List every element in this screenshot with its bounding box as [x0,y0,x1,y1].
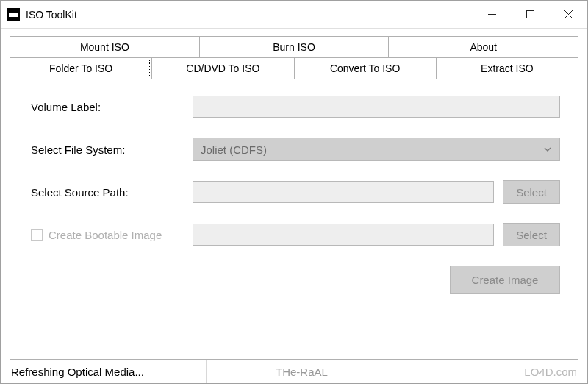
create-image-button[interactable]: Create Image [450,266,560,294]
client-area: Mount ISO Burn ISO About Folder To ISO C… [1,29,587,360]
tab-panel-folder-to-iso: Volume Label: Select File System: Joliet… [10,79,578,360]
bootable-select-button[interactable]: Select [503,223,560,246]
tabs: Mount ISO Burn ISO About Folder To ISO C… [10,36,578,79]
row-create: Create Image [31,266,560,294]
maximize-icon [526,10,534,18]
row-bootable: Create Bootable Image Select [31,223,560,246]
bootable-checkbox[interactable] [31,229,43,241]
window-title: ISO ToolKit [26,9,77,21]
bootable-checkbox-wrap: Create Bootable Image [31,229,193,241]
source-path-label-text: Select Source Path: [31,186,193,199]
tab-convert-to-iso[interactable]: Convert To ISO [295,57,437,79]
chevron-down-icon [543,143,552,156]
volume-label-input[interactable] [193,96,560,118]
volume-label-text: Volume Label: [31,101,193,113]
bootable-path-input [193,224,494,246]
status-watermark: THe-RaAL [265,360,484,383]
close-button[interactable] [549,1,587,28]
tab-folder-to-iso[interactable]: Folder To ISO [10,57,152,79]
tab-about[interactable]: About [389,36,578,57]
tab-row-bottom: Folder To ISO CD/DVD To ISO Convert To I… [10,57,578,79]
status-spacer [207,360,265,383]
tab-extract-iso[interactable]: Extract ISO [437,57,578,79]
statusbar: Refreshing Optical Media... THe-RaAL LO4… [1,360,587,383]
filesystem-label-text: Select File System: [31,143,193,156]
tab-mount-iso[interactable]: Mount ISO [10,36,200,57]
filesystem-combobox[interactable]: Joliet (CDFS) [193,138,560,161]
status-attribution: LO4D.com [484,360,587,383]
app-icon [7,8,20,21]
row-filesystem: Select File System: Joliet (CDFS) [31,138,560,161]
row-volume-label: Volume Label: [31,95,560,118]
svg-rect-1 [526,11,534,18]
maximize-button[interactable] [511,1,549,28]
bootable-checkbox-label: Create Bootable Image [49,229,162,241]
minimize-button[interactable] [473,1,511,28]
source-select-button[interactable]: Select [503,180,560,204]
window-controls [473,1,587,28]
source-path-input[interactable] [193,181,494,203]
titlebar: ISO ToolKit [1,1,587,29]
tab-row-top: Mount ISO Burn ISO About [10,36,578,57]
tab-burn-iso[interactable]: Burn ISO [200,36,390,57]
minimize-icon [488,10,496,18]
tab-cddvd-to-iso[interactable]: CD/DVD To ISO [152,57,294,79]
close-icon [564,10,573,18]
filesystem-value: Joliet (CDFS) [201,143,267,156]
row-source-path: Select Source Path: Select [31,180,560,204]
status-text: Refreshing Optical Media... [1,360,207,383]
app-window: ISO ToolKit Mount ISO Burn ISO About Fol… [0,0,588,384]
